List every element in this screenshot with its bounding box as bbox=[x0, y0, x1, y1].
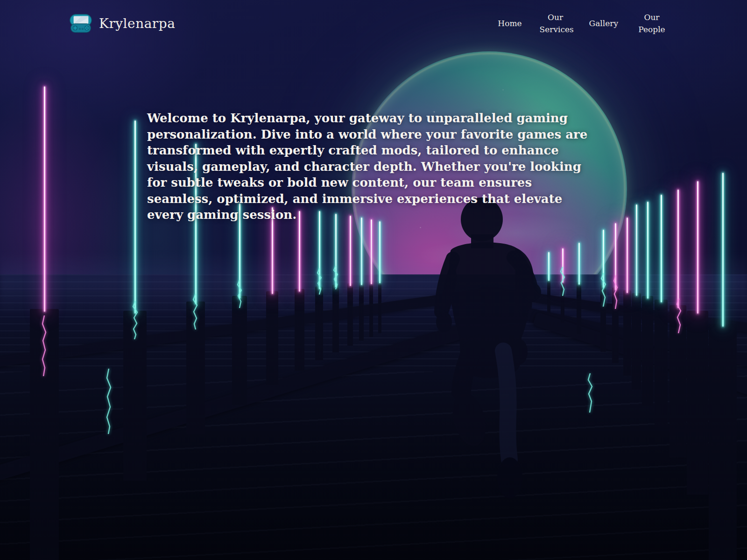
fence-post bbox=[266, 291, 278, 385]
neon-reflection bbox=[316, 268, 323, 294]
nav-item-home[interactable]: Home bbox=[498, 17, 521, 29]
neon-tube bbox=[661, 195, 662, 302]
nav-item-gallery[interactable]: Gallery bbox=[589, 17, 618, 29]
neon-reflection bbox=[332, 266, 339, 289]
neon-reflection bbox=[599, 273, 608, 307]
krylenarpa-landing-page: { "brand": { "name": "Krylenarpa", "logo… bbox=[0, 0, 747, 560]
site-header: Krylenarpa Home Our Services Gallery Our… bbox=[0, 0, 747, 47]
neon-tube bbox=[578, 243, 580, 285]
fence-post bbox=[687, 311, 708, 495]
fence-post bbox=[315, 287, 323, 360]
neon-tube bbox=[548, 252, 550, 281]
fence-post bbox=[347, 283, 353, 346]
fence-post bbox=[332, 285, 339, 352]
neon-tube bbox=[299, 211, 300, 292]
game-console-icon bbox=[69, 13, 92, 34]
fence-post bbox=[295, 289, 304, 371]
neon-reflection bbox=[105, 369, 113, 434]
brand-name: Krylenarpa bbox=[99, 16, 175, 31]
neon-tube bbox=[371, 219, 372, 284]
nav-item-our-people[interactable]: Our People bbox=[636, 11, 668, 35]
fence-post bbox=[642, 296, 653, 406]
neon-reflection bbox=[612, 275, 620, 309]
neon-reflection bbox=[586, 373, 594, 413]
neon-tube bbox=[722, 173, 724, 327]
brand[interactable]: Krylenarpa bbox=[69, 13, 175, 34]
fence-post bbox=[709, 324, 737, 560]
fence-post bbox=[547, 278, 550, 314]
fence-post bbox=[632, 293, 641, 390]
fence-post bbox=[655, 300, 668, 427]
nav-item-our-services[interactable]: Our Services bbox=[540, 11, 571, 35]
hero-paragraph: Welcome to Krylenarpa, your gateway to u… bbox=[147, 110, 593, 223]
neon-tube bbox=[647, 202, 648, 299]
neon-tube bbox=[361, 217, 362, 285]
fence-post bbox=[369, 281, 373, 337]
neon-reflection bbox=[191, 294, 200, 329]
neon-tube bbox=[350, 216, 351, 286]
neon-tube bbox=[697, 181, 698, 314]
neon-tube bbox=[677, 189, 679, 308]
fence-post bbox=[623, 290, 631, 376]
main-nav: Home Our Services Gallery Our People bbox=[498, 11, 668, 35]
fence-post bbox=[359, 282, 364, 341]
neon-tube bbox=[636, 204, 637, 296]
fence-post bbox=[232, 296, 247, 405]
neon-tube bbox=[134, 120, 136, 314]
neon-reflection bbox=[559, 267, 566, 296]
neon-reflection bbox=[675, 299, 683, 333]
fence-post bbox=[577, 282, 581, 334]
neon-tube bbox=[627, 217, 628, 293]
fence-post bbox=[378, 280, 381, 333]
neon-tube bbox=[379, 221, 381, 283]
neon-tube bbox=[44, 86, 45, 312]
neon-reflection bbox=[131, 301, 140, 339]
neon-reflection bbox=[40, 315, 49, 376]
neon-reflection bbox=[236, 280, 243, 308]
runner-silhouette-illustration bbox=[418, 197, 548, 505]
